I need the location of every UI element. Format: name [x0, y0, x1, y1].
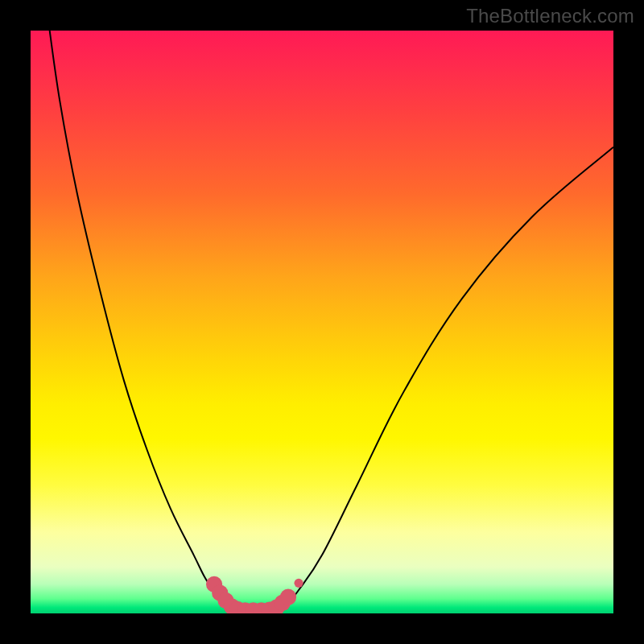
- chart-frame: TheBottleneck.com: [0, 0, 644, 644]
- plot-area: [31, 31, 613, 613]
- valley-marker: [280, 589, 296, 605]
- curve-right-curve: [279, 147, 613, 611]
- chart-svg: [31, 31, 613, 613]
- curve-left-curve: [48, 31, 232, 610]
- valley-marker: [294, 579, 303, 588]
- watermark-text: TheBottleneck.com: [466, 5, 634, 27]
